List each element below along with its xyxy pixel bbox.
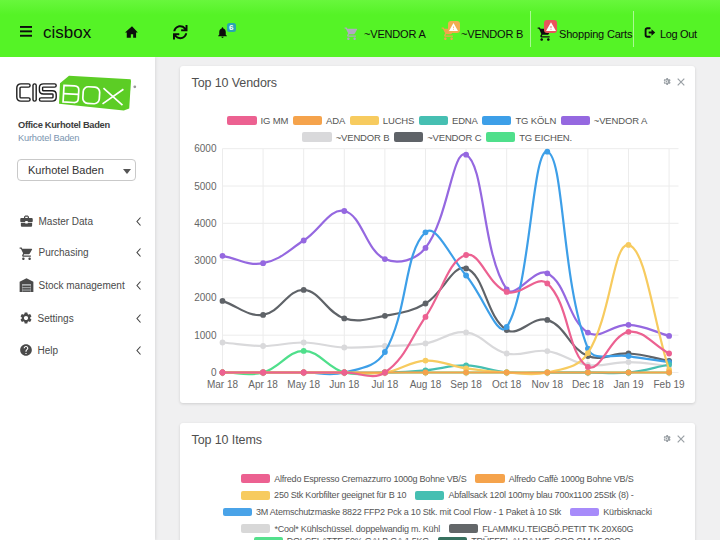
svg-text:Feb 19: Feb 19 [653,379,685,390]
svg-text:6000: 6000 [194,143,217,154]
svg-text:2000: 2000 [194,292,217,303]
svg-text:0: 0 [210,367,216,378]
svg-text:4000: 4000 [194,218,217,229]
svg-text:Jun 18: Jun 18 [329,379,359,390]
svg-text:Jul 18: Jul 18 [371,379,398,390]
svg-text:3000: 3000 [194,255,217,266]
svg-text:5000: 5000 [194,181,217,192]
svg-text:Dec 18: Dec 18 [572,379,604,390]
svg-text:Aug 18: Aug 18 [409,379,441,390]
svg-text:May 18: May 18 [287,379,320,390]
svg-text:Sep 18: Sep 18 [450,379,482,390]
svg-text:Jan 19: Jan 19 [613,379,643,390]
svg-text:Mar 18: Mar 18 [206,379,238,390]
svg-text:1000: 1000 [194,330,217,341]
svg-text:Apr 18: Apr 18 [248,379,278,390]
svg-text:Nov 18: Nov 18 [531,379,563,390]
svg-text:Oct 18: Oct 18 [491,379,521,390]
